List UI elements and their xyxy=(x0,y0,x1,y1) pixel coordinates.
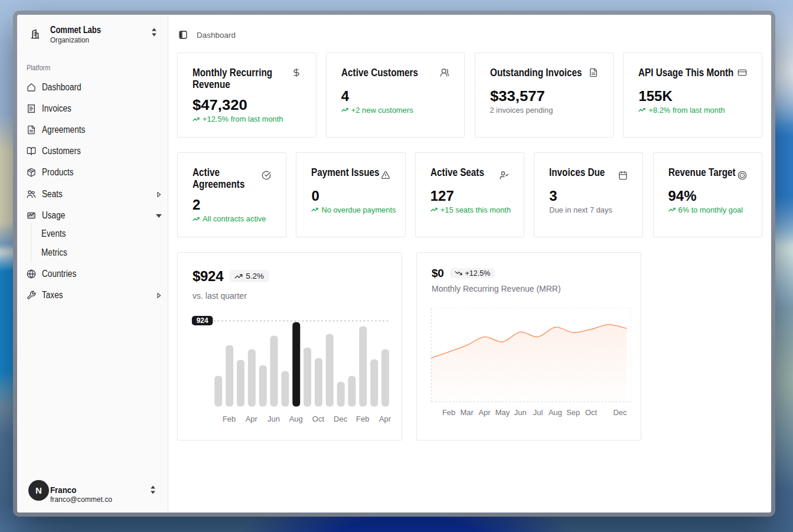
svg-text:Jul: Jul xyxy=(533,408,543,417)
svg-text:924: 924 xyxy=(197,316,208,325)
svg-text:Oct: Oct xyxy=(312,414,325,423)
svg-text:Dec: Dec xyxy=(334,414,348,423)
svg-text:Feb: Feb xyxy=(442,408,455,417)
svg-text:Dec: Dec xyxy=(613,408,627,417)
svg-text:Apr: Apr xyxy=(379,414,391,423)
svg-text:Aug: Aug xyxy=(289,414,303,423)
svg-text:Feb: Feb xyxy=(223,414,236,423)
svg-text:Oct: Oct xyxy=(585,408,598,417)
svg-text:Sep: Sep xyxy=(566,408,580,417)
svg-text:Apr: Apr xyxy=(478,408,491,417)
svg-text:Aug: Aug xyxy=(549,408,562,417)
svg-text:May: May xyxy=(495,408,510,417)
svg-text:Apr: Apr xyxy=(246,414,258,423)
svg-text:Mar: Mar xyxy=(460,408,474,417)
svg-text:Jun: Jun xyxy=(514,408,527,417)
svg-text:Feb: Feb xyxy=(356,414,369,423)
svg-text:Jun: Jun xyxy=(267,414,280,423)
